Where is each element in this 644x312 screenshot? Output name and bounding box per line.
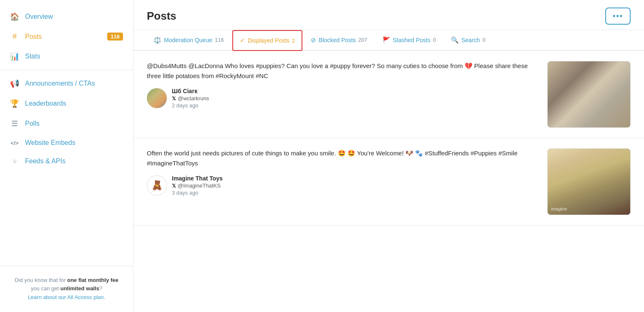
sidebar-item-polls[interactable]: ☰ Polls bbox=[0, 114, 133, 134]
tab-count-stashed: 0 bbox=[433, 37, 436, 43]
main-content: Posts ••• ⚖️ Moderation Queue 116 ✓ Disp… bbox=[133, 0, 644, 312]
sidebar: 🏠 Overview # Posts 116 📊 Stats 📢 Announc… bbox=[0, 0, 133, 312]
leaderboards-icon: 🏆 bbox=[10, 99, 19, 108]
post-item: Often the world just needs pictures of c… bbox=[133, 138, 644, 226]
sidebar-label-website-embeds: Website Embeds bbox=[25, 139, 75, 147]
puppies-image bbox=[548, 61, 630, 127]
blocked-icon: ⊘ bbox=[311, 36, 316, 44]
tab-label-moderation: Moderation Queue bbox=[164, 37, 212, 43]
author-name: Шб Сіагк bbox=[172, 88, 209, 94]
sidebar-label-feeds-apis: Feeds & APIs bbox=[25, 157, 65, 165]
author-info: Шб Сіагк 𝕏 @wclarkruns 2 days ago bbox=[172, 88, 209, 109]
author-handle: 𝕏 @wclarkruns bbox=[172, 95, 209, 101]
avatar bbox=[147, 88, 167, 108]
tabs-bar: ⚖️ Moderation Queue 116 ✓ Displayed Post… bbox=[133, 30, 644, 51]
embed-icon: </> bbox=[10, 140, 19, 146]
sidebar-label-leaderboards: Leaderboards bbox=[25, 100, 66, 107]
stash-icon: 🚩 bbox=[382, 36, 390, 44]
sidebar-label-announcements: Announcements / CTAs bbox=[25, 80, 95, 87]
tab-count-blocked: 207 bbox=[358, 37, 367, 43]
tab-label-displayed: Displayed Posts bbox=[248, 37, 289, 44]
author-time: 3 days ago bbox=[172, 190, 223, 196]
sidebar-item-feeds-apis[interactable]: ⑂ Feeds & APIs bbox=[0, 152, 133, 170]
tab-count-displayed: 2 bbox=[292, 38, 295, 44]
sidebar-item-leaderboards[interactable]: 🏆 Leaderboards bbox=[0, 94, 133, 114]
sidebar-item-website-embeds[interactable]: </> Website Embeds bbox=[0, 134, 133, 152]
hash-icon: # bbox=[10, 32, 19, 41]
x-platform-icon: 𝕏 bbox=[172, 96, 176, 101]
sidebar-item-posts[interactable]: # Posts 116 bbox=[0, 27, 133, 46]
avatar-image: 🧸 bbox=[147, 175, 167, 195]
search-icon: 🔍 bbox=[451, 36, 459, 44]
moderation-icon: ⚖️ bbox=[153, 36, 161, 44]
sidebar-divider bbox=[0, 70, 133, 70]
author-time: 2 days ago bbox=[172, 102, 209, 109]
tab-count-search: 0 bbox=[483, 37, 486, 43]
posts-list: @Dubs4Mutts @LacDonna Who loves #puppies… bbox=[133, 51, 644, 312]
post-author: Шб Сіагк 𝕏 @wclarkruns 2 days ago bbox=[147, 88, 537, 109]
sidebar-item-overview[interactable]: 🏠 Overview bbox=[0, 7, 133, 27]
polls-icon: ☰ bbox=[10, 119, 19, 128]
sidebar-label-polls: Polls bbox=[25, 120, 40, 127]
all-access-link[interactable]: Learn about our All Access plan. bbox=[28, 294, 106, 300]
tab-label-stashed: Stashed Posts bbox=[393, 37, 430, 43]
sidebar-item-announcements[interactable]: 📢 Announcements / CTAs bbox=[0, 74, 133, 94]
main-header: Posts ••• bbox=[133, 0, 644, 30]
post-image bbox=[547, 148, 631, 215]
page-title: Posts bbox=[147, 10, 176, 23]
avatar-image bbox=[147, 88, 167, 108]
tab-blocked-posts[interactable]: ⊘ Blocked Posts 207 bbox=[304, 30, 374, 51]
author-name: Imagine That Toys bbox=[172, 175, 223, 182]
author-info: Imagine That Toys 𝕏 @ImagineThatKS 3 day… bbox=[172, 175, 223, 196]
post-content: Often the world just needs pictures of c… bbox=[147, 148, 537, 196]
tab-stashed-posts[interactable]: 🚩 Stashed Posts 0 bbox=[376, 30, 443, 51]
post-item: @Dubs4Mutts @LacDonna Who loves #puppies… bbox=[133, 51, 644, 138]
author-handle: 𝕏 @ImagineThatKS bbox=[172, 183, 223, 189]
stats-icon: 📊 bbox=[10, 52, 19, 61]
sidebar-label-stats: Stats bbox=[25, 53, 40, 60]
announcements-icon: 📢 bbox=[10, 79, 19, 88]
home-icon: 🏠 bbox=[10, 12, 19, 21]
post-text: Often the world just needs pictures of c… bbox=[147, 148, 537, 168]
post-text: @Dubs4Mutts @LacDonna Who loves #puppies… bbox=[147, 61, 537, 81]
footer-text: Did you know that for one flat monthly f… bbox=[15, 277, 118, 292]
tab-count-moderation: 116 bbox=[215, 37, 224, 43]
tab-displayed-posts[interactable]: ✓ Displayed Posts 2 bbox=[232, 30, 303, 51]
tab-search[interactable]: 🔍 Search 0 bbox=[444, 30, 492, 51]
x-platform-icon: 𝕏 bbox=[172, 183, 176, 189]
sidebar-footer: Did you know that for one flat monthly f… bbox=[0, 266, 133, 312]
tab-moderation-queue[interactable]: ⚖️ Moderation Queue 116 bbox=[147, 30, 231, 51]
sidebar-label-overview: Overview bbox=[25, 13, 53, 20]
sidebar-item-stats[interactable]: 📊 Stats bbox=[0, 46, 133, 66]
post-author: 🧸 Imagine That Toys 𝕏 @ImagineThatKS 3 d… bbox=[147, 175, 537, 196]
feeds-icon: ⑂ bbox=[10, 158, 19, 165]
sidebar-label-posts: Posts bbox=[25, 33, 42, 41]
post-image bbox=[547, 61, 631, 128]
tab-label-search: Search bbox=[461, 37, 480, 43]
sidebar-navigation: 🏠 Overview # Posts 116 📊 Stats 📢 Announc… bbox=[0, 0, 133, 177]
post-content: @Dubs4Mutts @LacDonna Who loves #puppies… bbox=[147, 61, 537, 109]
more-options-button[interactable]: ••• bbox=[605, 8, 631, 25]
check-icon: ✓ bbox=[240, 37, 245, 44]
avatar: 🧸 bbox=[147, 175, 167, 195]
tab-label-blocked: Blocked Posts bbox=[319, 37, 356, 43]
stuffed-animal-image bbox=[548, 149, 630, 215]
posts-badge: 116 bbox=[107, 33, 123, 41]
